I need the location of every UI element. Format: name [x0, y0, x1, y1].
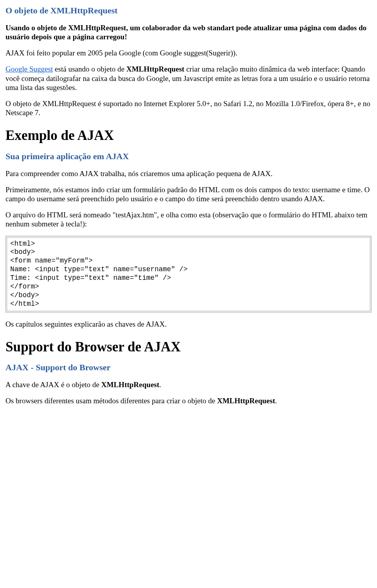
text: Os browsers diferentes usam métodos dife…	[5, 397, 217, 405]
section-heading-first-app: Sua primeira aplicação em AJAX	[5, 151, 372, 162]
text: .	[275, 397, 277, 405]
h1-exemplo-ajax: Exemplo de AJAX	[5, 127, 372, 144]
paragraph: Os browsers diferentes usam métodos dife…	[5, 396, 372, 405]
paragraph: Usando o objeto de XMLHttpRequest, um co…	[5, 23, 372, 41]
code-block-frame: <html> <body> <form name="myForm"> Name:…	[5, 236, 372, 312]
text: .	[159, 380, 161, 389]
google-suggest-link[interactable]: Google Suggest	[5, 65, 53, 73]
paragraph: Primeiramente, nós estamos indo criar um…	[5, 185, 372, 203]
paragraph: Para compreender como AJAX trabalha, nós…	[5, 169, 372, 178]
section-heading-browser-support: AJAX - Support do Browser	[5, 362, 372, 373]
paragraph: O arquivo do HTML será nomeado "testAjax…	[5, 210, 372, 228]
text: A chave de AJAX é o objeto de	[5, 380, 101, 389]
bold-text: XMLHttpRequest	[126, 65, 185, 73]
paragraph-bold: Usando o objeto de XMLHttpRequest, um co…	[5, 24, 366, 41]
h1-browser-support: Support do Browser de AJAX	[5, 339, 372, 356]
paragraph: AJAX foi feito popular em 2005 pela Goog…	[5, 48, 372, 57]
paragraph: O objeto de XMLHttpRequest é suportado n…	[5, 99, 372, 117]
bold-text: XMLHttpRequest	[101, 380, 159, 389]
paragraph: A chave de AJAX é o objeto de XMLHttpReq…	[5, 380, 372, 389]
code-block: <html> <body> <form name="myForm"> Name:…	[10, 240, 367, 309]
paragraph: Google Suggest está usando o objeto de X…	[5, 64, 372, 92]
paragraph: Os capítulos seguintes explicarão as cha…	[5, 320, 372, 329]
text: está usando o objeto de	[53, 65, 126, 73]
code-block-inner: <html> <body> <form name="myForm"> Name:…	[7, 237, 370, 311]
bold-text: XMLHttpRequest	[217, 397, 275, 405]
section-heading-xhr-object: O objeto de XMLHttpRequest	[5, 6, 372, 16]
